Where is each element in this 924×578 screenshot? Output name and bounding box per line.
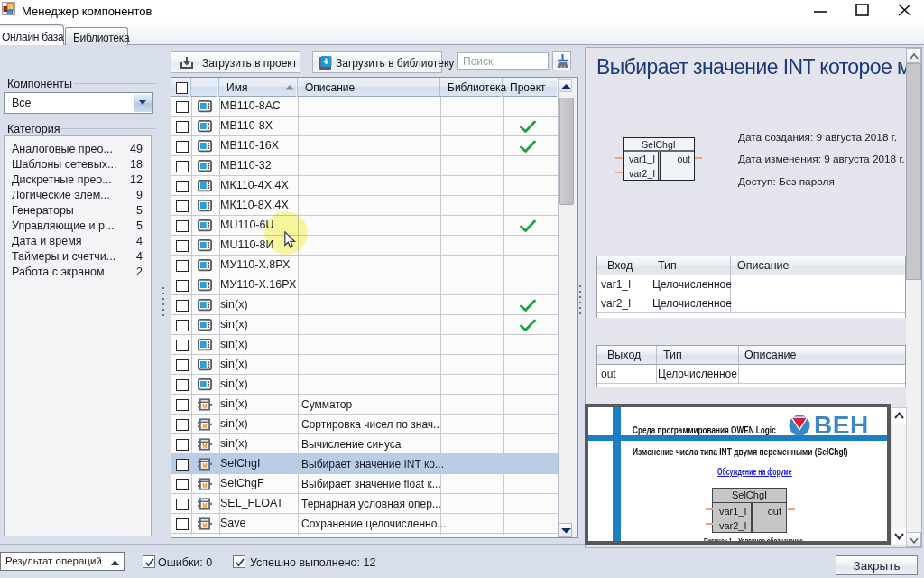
svg-text:ВЕН: ВЕН bbox=[814, 415, 869, 436]
